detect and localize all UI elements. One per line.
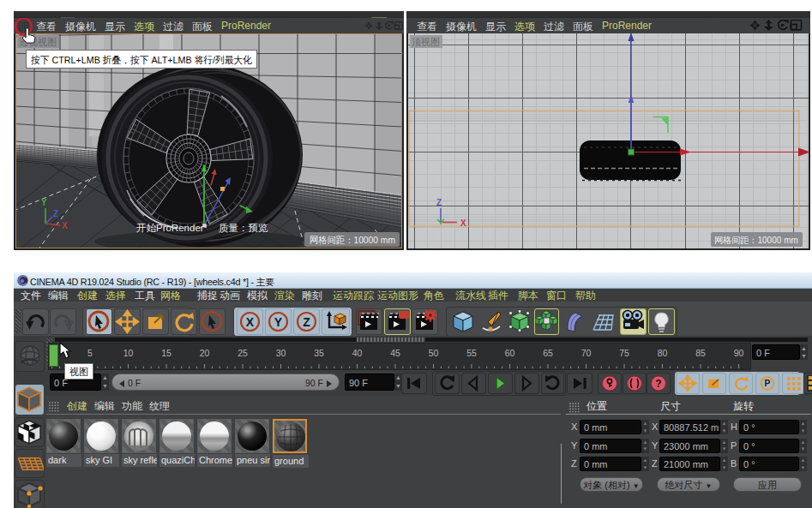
svg-text:透视视图: 透视视图 [19,37,57,47]
svg-text:50: 50 [429,348,439,358]
svg-text:Z: Z [53,209,58,218]
svg-text:X: X [460,218,466,228]
svg-text:90: 90 [734,348,744,358]
svg-text:45: 45 [390,348,400,358]
svg-text:15: 15 [161,348,171,358]
svg-text:10: 10 [123,348,134,358]
svg-text:70: 70 [581,348,592,358]
svg-text:20: 20 [200,348,210,358]
svg-text:80: 80 [658,348,668,358]
svg-text:85: 85 [695,348,706,358]
svg-text:60: 60 [505,348,515,358]
svg-text:X: X [62,221,68,230]
svg-text:30: 30 [276,348,286,358]
svg-text:Z: Z [303,315,310,329]
svg-text:X: X [246,315,255,329]
svg-text:75: 75 [619,348,629,358]
svg-text:网格间距：10000 mm: 网格间距：10000 mm [310,235,395,245]
svg-text:65: 65 [543,348,553,358]
svg-text:Y: Y [41,198,47,207]
svg-text:顶视图: 顶视图 [412,37,440,47]
svg-text:35: 35 [314,348,324,358]
svg-text:Z: Z [436,198,442,207]
svg-text:55: 55 [466,348,477,358]
svg-text:按下 CTRL+LMB 折叠，按下 ALT+LMB 将行/列: 按下 CTRL+LMB 折叠，按下 ALT+LMB 将行/列最大化 [31,55,252,65]
svg-text:40: 40 [352,348,363,358]
svg-text:?: ? [655,378,661,390]
svg-text:25: 25 [238,348,248,358]
svg-text:开始ProRender: 开始ProRender [136,223,204,233]
svg-text:Y: Y [274,315,283,329]
svg-text:P: P [765,379,771,388]
svg-text:5: 5 [87,348,93,358]
svg-text:质量：预览: 质量：预览 [219,223,268,233]
svg-text:网格间距：10000 mm: 网格间距：10000 mm [714,235,798,245]
